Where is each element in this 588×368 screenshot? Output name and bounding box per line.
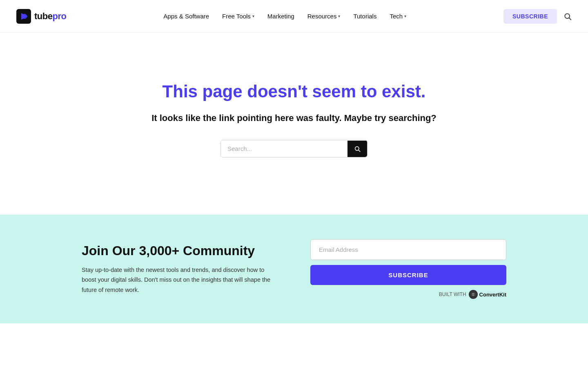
svg-point-7 — [471, 292, 476, 297]
community-desc: Stay up-to-date with the newest tools an… — [82, 265, 278, 295]
svg-line-4 — [569, 18, 571, 20]
nav-resources[interactable]: Resources ▾ — [307, 13, 341, 20]
search-icon — [354, 146, 361, 152]
footer-subscribe-button[interactable]: SUBSCRIBE — [310, 265, 506, 285]
convertkit-logo: ConvertKit — [469, 290, 506, 299]
error-subtitle: It looks like the link pointing here was… — [151, 113, 437, 123]
logo-icon — [16, 9, 31, 24]
nav-apps-software[interactable]: Apps & Software — [163, 13, 209, 20]
footer-left: Join Our 3,000+ Community Stay up-to-dat… — [82, 243, 278, 295]
main-nav: Apps & Software Free Tools ▾ Marketing R… — [163, 13, 406, 20]
nav-tech[interactable]: Tech ▾ — [390, 13, 406, 20]
search-icon — [564, 12, 572, 20]
footer-right: SUBSCRIBE BUILT WITH ConvertKit — [310, 239, 506, 299]
header-subscribe-button[interactable]: SUBSCRIBE — [503, 9, 557, 24]
chevron-down-icon: ▾ — [404, 14, 406, 18]
email-input[interactable] — [310, 239, 506, 260]
site-header: tubepro Apps & Software Free Tools ▾ Mar… — [0, 0, 588, 33]
convertkit-name: ConvertKit — [479, 292, 506, 298]
built-with: BUILT WITH ConvertKit — [310, 290, 506, 299]
built-with-label: BUILT WITH — [439, 292, 466, 297]
svg-line-6 — [359, 150, 360, 152]
nav-marketing[interactable]: Marketing — [267, 13, 294, 20]
header-search-button[interactable] — [564, 12, 572, 20]
search-input[interactable] — [221, 140, 347, 157]
chevron-down-icon: ▾ — [338, 14, 340, 18]
main-content: This page doesn't seem to exist. It look… — [0, 33, 588, 215]
community-title: Join Our 3,000+ Community — [82, 243, 278, 258]
nav-tutorials[interactable]: Tutorials — [353, 13, 376, 20]
convertkit-icon — [469, 290, 478, 299]
logo-text: tubepro — [34, 11, 66, 22]
search-submit-button[interactable] — [347, 141, 367, 157]
search-form — [220, 140, 368, 157]
nav-free-tools[interactable]: Free Tools ▾ — [222, 13, 254, 20]
header-right: SUBSCRIBE — [503, 9, 572, 24]
error-title: This page doesn't seem to exist. — [163, 82, 426, 101]
logo[interactable]: tubepro — [16, 9, 66, 24]
footer-cta-section: Join Our 3,000+ Community Stay up-to-dat… — [0, 215, 588, 323]
chevron-down-icon: ▾ — [252, 14, 254, 18]
